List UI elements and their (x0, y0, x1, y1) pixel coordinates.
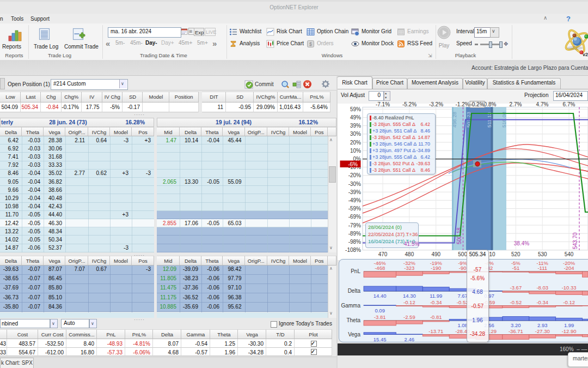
svg-text:39%: 39% (350, 123, 361, 129)
svg-text:-6%: -6% (348, 161, 358, 167)
svg-text:-69%: -69% (348, 214, 361, 220)
svg-text:-36.71: -36.71 (509, 328, 523, 334)
svg-text:-20%: -20% (348, 172, 361, 178)
svg-text:-0.34: -0.34 (430, 299, 442, 305)
svg-text:543.70: 543.70 (572, 232, 578, 249)
svg-text:496.28: 496.28 (451, 112, 457, 128)
svg-text:-3.67: -3.67 (510, 285, 522, 291)
svg-text:2.7%: 2.7% (510, 101, 522, 107)
svg-text:14.40: 14.40 (373, 293, 387, 299)
svg-text:-30%: -30% (348, 181, 361, 187)
svg-text:11.99: 11.99 (430, 293, 442, 299)
svg-text:$: $ (309, 41, 312, 47)
svg-text:-204: -204 (564, 265, 574, 271)
svg-text:49%: 49% (350, 114, 361, 120)
svg-text:-468: -468 (375, 265, 385, 271)
svg-text:-3.81: -3.81 (374, 314, 386, 320)
svg-text:-90: -90 (459, 265, 467, 271)
svg-text:1.99: 1.99 (564, 322, 574, 328)
svg-text:-89%: -89% (348, 231, 361, 237)
svg-text:-59%: -59% (348, 206, 361, 212)
svg-text:2.93: 2.93 (537, 322, 548, 328)
svg-text:-98%: -98% (348, 239, 361, 245)
svg-text:-111: -111 (537, 265, 547, 271)
svg-text:38.4%: 38.4% (514, 240, 529, 246)
svg-text:-39%: -39% (348, 189, 361, 195)
svg-text:-190: -190 (431, 265, 441, 271)
svg-text:Delta: Delta (348, 288, 361, 294)
svg-text:20%: 20% (350, 140, 361, 146)
svg-text:0.09: 0.09 (375, 307, 385, 313)
svg-text:-5.2%: -5.2% (402, 101, 416, 107)
svg-text:6.7%: 6.7% (563, 101, 575, 107)
svg-text:10%: 10% (350, 148, 361, 154)
svg-text:-79%: -79% (348, 222, 361, 228)
svg-text:Theta: Theta (346, 317, 360, 323)
svg-text:470: 470 (378, 251, 388, 257)
svg-text:3.20: 3.20 (511, 322, 521, 328)
svg-text:-0.12: -0.12 (403, 299, 415, 305)
svg-text:-0.12: -0.12 (563, 299, 575, 305)
svg-text:v2: v2 (583, 52, 588, 57)
svg-text:-3.2%: -3.2% (429, 101, 443, 107)
svg-text:-0.2%: -0.2% (470, 101, 484, 107)
svg-text:520: 520 (511, 251, 520, 257)
svg-text:-108%: -108% (345, 247, 361, 253)
svg-text:-0.81: -0.81 (430, 314, 442, 320)
svg-text:-8.03: -8.03 (536, 285, 548, 291)
svg-text:-27.30: -27.30 (535, 328, 550, 334)
svg-text:-13.71: -13.71 (428, 328, 443, 334)
svg-text:10: 10 (489, 251, 495, 257)
svg-text:-51: -51 (512, 265, 519, 271)
svg-text:-10.33: -10.33 (562, 285, 577, 291)
svg-text:4.7%: 4.7% (536, 101, 549, 107)
svg-text:-49%: -49% (348, 197, 361, 203)
svg-text:Gamma: Gamma (341, 303, 360, 309)
svg-text:-2.59: -2.59 (403, 314, 415, 320)
svg-text:-0.34: -0.34 (536, 299, 548, 305)
svg-text:480: 480 (405, 251, 414, 257)
svg-text:540: 540 (565, 251, 574, 257)
svg-text:530: 530 (538, 251, 547, 257)
svg-text:2.46: 2.46 (405, 336, 415, 342)
svg-text:490: 490 (431, 251, 440, 257)
svg-text:-0.52: -0.52 (510, 299, 522, 305)
svg-text:0.8%: 0.8% (484, 101, 497, 107)
svg-text:Vega: Vega (348, 331, 360, 337)
svg-text:15.45: 15.45 (373, 336, 387, 342)
svg-text:30%: 30% (350, 131, 361, 137)
svg-text:-1.2%: -1.2% (456, 101, 470, 107)
svg-text:-12.90: -12.90 (562, 328, 577, 334)
svg-text:-7.1%: -7.1% (376, 101, 390, 107)
svg-text:59%: 59% (350, 106, 361, 112)
svg-text:14.30: 14.30 (403, 293, 416, 299)
svg-text:PnL: PnL (351, 268, 360, 274)
svg-text:-323: -323 (404, 265, 414, 271)
